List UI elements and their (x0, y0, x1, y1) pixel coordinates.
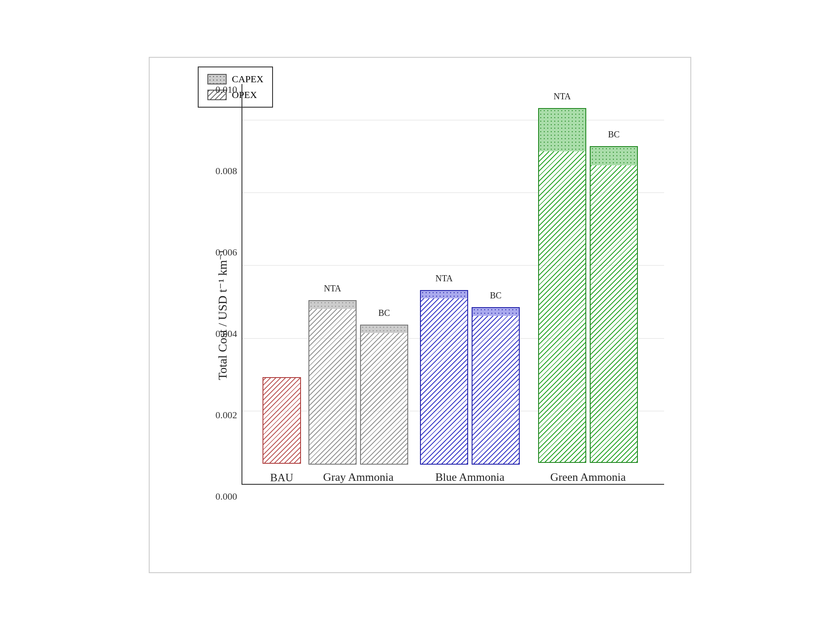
legend-swatch-capex (207, 74, 227, 84)
bar-label-blue-bc: BC (490, 290, 502, 301)
bar-green-nta: NTA (538, 108, 586, 463)
bar-group-bau: BAU (260, 377, 304, 484)
chart-area: 0.010 0.008 0.006 0.004 0.002 0.000 (206, 84, 664, 502)
bars-wrapper: BAU NTA BC (242, 84, 664, 484)
bar-group-blue: NTA BC Blue Ammonia (413, 290, 527, 484)
x-label-green: Green Ammonia (527, 471, 649, 484)
y-tick-3: 0.004 (216, 328, 238, 340)
bar-blue-nta: NTA (420, 290, 468, 463)
x-label-blue: Blue Ammonia (413, 471, 527, 484)
bar-group-gray: NTA BC Gray Ammonia (304, 300, 413, 484)
x-label-bau: BAU (260, 472, 304, 484)
bar-label-green-bc: BC (608, 130, 620, 140)
bar-blue-bc: BC (472, 307, 520, 463)
bar-label-green-nta: NTA (553, 91, 571, 102)
x-label-gray: Gray Ammonia (304, 471, 413, 484)
bar-green-bc: BC (590, 146, 638, 463)
chart-container: Total Cost / USD t⁻¹ km⁻¹ CAPEX OPEX 0.0… (149, 57, 691, 573)
y-tick-2: 0.002 (216, 410, 238, 421)
green-bars: NTA BC (538, 108, 638, 463)
gray-bars: NTA BC (308, 300, 408, 463)
y-tick-5: 0.008 (216, 165, 238, 177)
blue-bars: NTA BC (420, 290, 520, 463)
bar-bau (262, 377, 301, 464)
bar-label-gray-bc: BC (378, 308, 390, 318)
plot-area: BAU NTA BC (242, 84, 664, 485)
bar-label-blue-nta: NTA (435, 273, 453, 284)
bar-gray-nta: NTA (308, 300, 357, 463)
legend-label-capex: CAPEX (232, 74, 263, 85)
y-axis: 0.010 0.008 0.006 0.004 0.002 0.000 (206, 84, 242, 502)
bar-gray-bc: BC (360, 325, 408, 463)
y-tick-6: 0.010 (216, 84, 238, 95)
y-tick-1: 0.000 (216, 491, 238, 502)
bar-group-green: NTA BC Green Ammonia (527, 108, 649, 484)
legend-item-capex: CAPEX (207, 74, 263, 85)
bar-label-gray-nta: NTA (324, 284, 341, 294)
y-tick-4: 0.006 (216, 247, 238, 258)
bau-bars (262, 377, 301, 464)
